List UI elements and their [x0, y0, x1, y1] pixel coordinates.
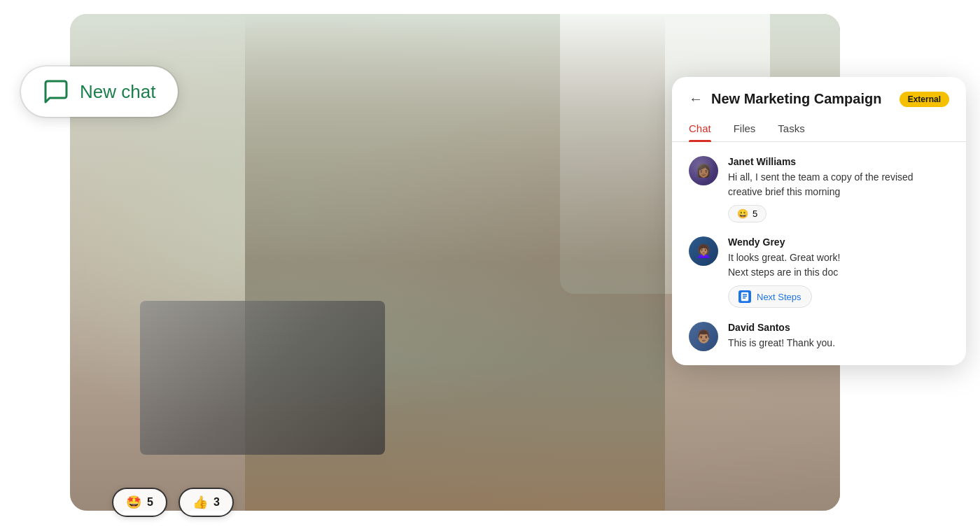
message-david: 👨🏽 David Santos This is great! Thank you… [689, 322, 949, 351]
reaction-chip-janet[interactable]: 😀 5 [728, 205, 766, 222]
chat-messages: 👩🏾 Janet Williams Hi all, I sent the tea… [672, 142, 966, 351]
tab-files[interactable]: Files [734, 115, 756, 141]
message-content-janet: Janet Williams Hi all, I sent the team a… [728, 156, 949, 222]
emoji-count-thumbsup: 3 [214, 496, 220, 509]
doc-chip-label: Next Steps [757, 292, 802, 302]
chat-bubble-icon [43, 79, 69, 104]
message-text-janet: Hi all, I sent the team a copy of the re… [728, 170, 949, 199]
doc-icon [738, 290, 751, 303]
avatar-wendy: 👩🏽‍🦱 [689, 236, 718, 266]
new-chat-bubble[interactable]: New chat [21, 66, 178, 117]
message-janet: 👩🏾 Janet Williams Hi all, I sent the tea… [689, 156, 949, 222]
chat-tabs: Chat Files Tasks [672, 115, 966, 142]
emoji-count-star-struck: 5 [147, 496, 153, 509]
main-scene: New chat ← New Marketing Campaign Extern… [0, 0, 980, 531]
emoji-star-struck: 🤩 [126, 495, 141, 510]
doc-chip-next-steps[interactable]: Next Steps [728, 285, 812, 308]
message-text-david: This is great! Thank you. [728, 336, 949, 351]
chat-header: ← New Marketing Campaign External [672, 77, 966, 107]
tab-tasks[interactable]: Tasks [778, 115, 804, 141]
emoji-chip-thumbsup[interactable]: 👍 3 [178, 488, 234, 517]
reaction-count-janet: 5 [752, 208, 757, 219]
message-content-wendy: Wendy Grey It looks great. Great work!Ne… [728, 236, 949, 308]
emoji-thumbsup: 👍 [192, 495, 208, 510]
chat-panel: ← New Marketing Campaign External Chat F… [672, 77, 966, 365]
emoji-reactions: 🤩 5 👍 3 [112, 488, 234, 517]
message-name-janet: Janet Williams [728, 156, 949, 167]
message-name-david: David Santos [728, 322, 949, 333]
message-text-wendy: It looks great. Great work!Next steps ar… [728, 250, 949, 280]
reaction-emoji-janet: 😀 [737, 208, 748, 219]
back-button[interactable]: ← [689, 91, 703, 107]
message-wendy: 👩🏽‍🦱 Wendy Grey It looks great. Great wo… [689, 236, 949, 308]
external-badge: External [899, 92, 949, 107]
laptop [140, 301, 385, 455]
tab-chat[interactable]: Chat [689, 115, 711, 141]
message-name-wendy: Wendy Grey [728, 236, 949, 248]
chat-title: New Marketing Campaign [711, 91, 891, 107]
message-content-david: David Santos This is great! Thank you. [728, 322, 949, 351]
avatar-david: 👨🏽 [689, 322, 718, 351]
emoji-chip-star-struck[interactable]: 🤩 5 [112, 488, 167, 517]
avatar-janet: 👩🏾 [689, 156, 718, 185]
new-chat-label: New chat [80, 81, 155, 103]
